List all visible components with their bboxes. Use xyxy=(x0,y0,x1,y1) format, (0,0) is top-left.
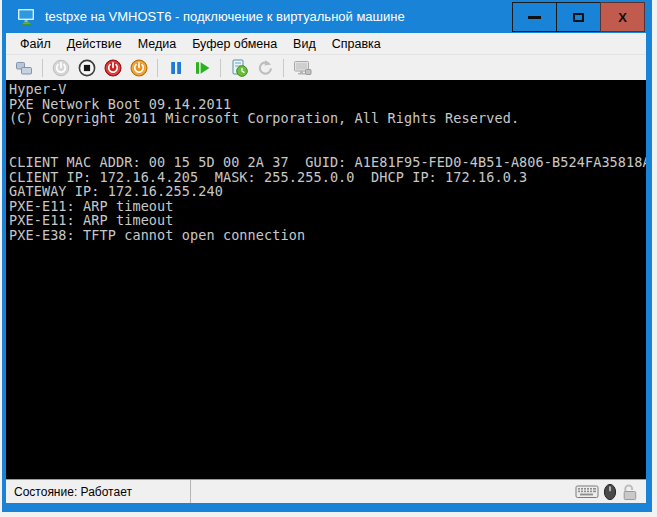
console-line xyxy=(9,126,646,141)
shut-down-button[interactable] xyxy=(102,57,124,79)
console-line xyxy=(9,140,646,155)
revert-button[interactable] xyxy=(254,57,276,79)
reset-icon xyxy=(193,59,211,77)
start-button[interactable] xyxy=(50,57,72,79)
console-line: (C) Copyright 2011 Microsoft Corporation… xyxy=(9,111,646,126)
unlock-icon xyxy=(621,483,638,501)
reset-button[interactable] xyxy=(191,57,213,79)
toolbar-separator xyxy=(157,59,158,77)
console-line: PXE Network Boot 09.14.2011 xyxy=(9,97,646,112)
console-line: Hyper-V xyxy=(9,82,646,97)
revert-icon xyxy=(256,59,274,77)
menu-item[interactable]: Буфер обмена xyxy=(184,35,285,53)
menu-item[interactable]: Вид xyxy=(285,35,324,53)
turn-off-button[interactable] xyxy=(76,57,98,79)
enhanced-session-icon xyxy=(293,59,312,77)
toolbar xyxy=(6,55,646,80)
toolbar-separator xyxy=(283,59,284,77)
minimize-icon xyxy=(528,16,541,19)
menu-item[interactable]: Файл xyxy=(12,35,59,53)
maximize-button[interactable] xyxy=(556,2,601,32)
console-line: CLIENT IP: 172.16.4.205 MASK: 255.255.0.… xyxy=(9,170,646,185)
pause-button[interactable] xyxy=(165,57,187,79)
status-section: Состояние: Работает xyxy=(6,480,191,503)
console-line: CLIENT MAC ADDR: 00 15 5D 00 2A 37 GUID:… xyxy=(9,155,646,170)
checkpoint-icon xyxy=(230,59,248,77)
vm-monitor-icon xyxy=(17,8,36,26)
shut-down-icon xyxy=(104,59,122,77)
enhanced-session-button[interactable] xyxy=(291,57,313,79)
console-line: PXE-E11: ARP timeout xyxy=(9,213,646,228)
status-bar: Состояние: Работает xyxy=(6,479,646,503)
checkpoint-button[interactable] xyxy=(228,57,250,79)
console-line: GATEWAY IP: 172.16.255.240 xyxy=(9,184,646,199)
vmconnect-window: testpxe на VMHOST6 - подключение к вирту… xyxy=(2,0,652,512)
toolbar-separator xyxy=(220,59,221,77)
save-state-button[interactable] xyxy=(128,57,150,79)
vm-console-screen[interactable]: Hyper-V PXE Network Boot 09.14.2011 (C) … xyxy=(6,80,646,479)
window-title: testpxe на VMHOST6 - подключение к вирту… xyxy=(45,9,555,24)
console-line: PXE-E38: TFTP cannot open connection xyxy=(9,228,646,243)
ctrl-alt-del-button[interactable] xyxy=(13,57,35,79)
close-icon: X xyxy=(618,11,627,24)
maximize-icon xyxy=(573,13,584,22)
keyboard-icon xyxy=(575,483,599,500)
menu-item[interactable]: Медиа xyxy=(130,35,184,53)
menu-item[interactable]: Действие xyxy=(59,35,130,53)
toolbar-separator xyxy=(42,59,43,77)
close-button[interactable]: X xyxy=(600,2,645,32)
start-power-icon xyxy=(52,59,70,77)
minimize-button[interactable] xyxy=(512,2,557,32)
console-line: PXE-E11: ARP timeout xyxy=(9,199,646,214)
save-state-icon xyxy=(130,59,148,77)
turn-off-icon xyxy=(78,59,96,77)
vm-status-label: Состояние: Работает xyxy=(14,485,132,499)
mouse-icon xyxy=(603,483,617,501)
menu-item[interactable]: Справка xyxy=(324,35,389,53)
title-bar[interactable]: testpxe на VMHOST6 - подключение к вирту… xyxy=(2,0,652,33)
pause-icon xyxy=(167,59,185,77)
menu-bar: Файл Действие Медиа Буфер обмена Вид Спр… xyxy=(6,33,646,55)
ctrl-alt-del-icon xyxy=(15,59,33,77)
